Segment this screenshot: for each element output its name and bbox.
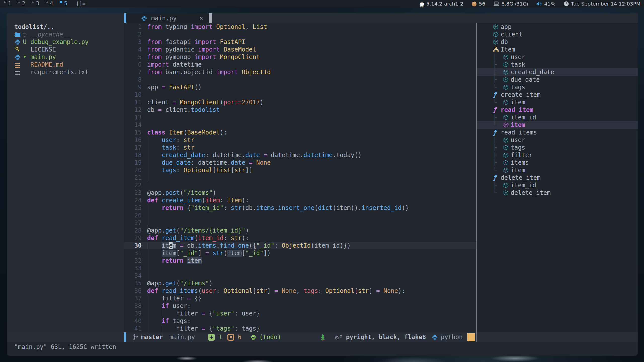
- tree-item--pycache-[interactable]: ›◌__pycache__: [7, 31, 124, 38]
- code-line-12[interactable]: 12db = client.todolist: [124, 106, 476, 114]
- code-line-1[interactable]: 1from typing import Optional, List: [124, 23, 476, 31]
- code-line-17[interactable]: 17 task: str: [124, 144, 476, 151]
- line-number: 13: [124, 114, 142, 121]
- outline-item-task[interactable]: ├task: [477, 61, 638, 68]
- code-line-31[interactable]: 31 item["_id"] = str(item["_id"]): [124, 249, 476, 257]
- code-line-14[interactable]: 14: [124, 121, 476, 129]
- tree-connector: ├: [493, 159, 503, 166]
- line-number: 11: [124, 99, 142, 106]
- workspace-5[interactable]: 5: [60, 0, 67, 7]
- code-line-20[interactable]: 20 tags: Optional[List[str]]: [124, 166, 476, 174]
- outline-item-item[interactable]: Item: [477, 46, 638, 53]
- code-line-40[interactable]: 40 if tags:: [124, 317, 476, 325]
- lines-orange-icon: [15, 62, 23, 68]
- outline-item-read-items[interactable]: ƒread_items: [477, 129, 638, 136]
- outline-item-due-date[interactable]: ├due_date: [477, 76, 638, 83]
- workspace-4[interactable]: 4: [46, 0, 53, 7]
- code-text: class Item(BaseModel):: [142, 129, 227, 136]
- tree-item-debug-example-py[interactable]: Udebug_example.py: [7, 38, 124, 46]
- tab-main-py[interactable]: main.py ×: [126, 13, 209, 23]
- tree-item-requirements-txt[interactable]: requirements.txt: [7, 68, 124, 76]
- outline-item-items[interactable]: ├items: [477, 159, 638, 166]
- workspace-2[interactable]: 2: [18, 0, 25, 7]
- added-count: 1: [218, 332, 222, 342]
- code-line-15[interactable]: 15class Item(BaseModel):: [124, 129, 476, 136]
- outline-item-create-item[interactable]: ƒcreate_item: [477, 91, 638, 99]
- code-line-4[interactable]: 4from pydantic import BaseModel: [124, 46, 476, 53]
- code-text: app = FastAPI(): [142, 83, 202, 91]
- code-line-10[interactable]: 10: [124, 91, 476, 99]
- outline-item-item-id[interactable]: ├item_id: [477, 114, 638, 121]
- line-number: 21: [124, 174, 142, 182]
- code-line-21[interactable]: 21: [124, 174, 476, 182]
- code-line-8[interactable]: 8: [124, 76, 476, 83]
- code-line-13[interactable]: 13: [124, 114, 476, 121]
- code-line-30[interactable]: 30 item = db.items.find_one({"_id": Obje…: [124, 242, 476, 249]
- outline-item-item[interactable]: └item: [477, 121, 638, 129]
- code-line-25[interactable]: 25 return {"item_id": str(db.items.inser…: [124, 204, 476, 212]
- code-line-2[interactable]: 2: [124, 31, 476, 38]
- clock-icon: [564, 1, 569, 7]
- code-line-36[interactable]: 36def read_items(user: Optional[str] = N…: [124, 287, 476, 295]
- symbol-label: read_items: [501, 129, 537, 136]
- code-line-23[interactable]: 23@app.post("/items"): [124, 189, 476, 197]
- code-line-37[interactable]: 37 filter = {}: [124, 295, 476, 302]
- code-line-24[interactable]: 24def create_item(item: Item):: [124, 197, 476, 204]
- line-number: 38: [124, 302, 142, 310]
- line-number: 26: [124, 212, 142, 219]
- workspace-3[interactable]: 3: [32, 0, 39, 7]
- code-line-22[interactable]: 22: [124, 182, 476, 189]
- code-line-27[interactable]: 27: [124, 219, 476, 227]
- line-number: 40: [124, 317, 142, 325]
- tree-item-license[interactable]: LICENSE: [7, 46, 124, 53]
- outline-item-filter[interactable]: ├filter: [477, 151, 638, 159]
- code-text: item = db.items.find_one({"_id": ObjectI…: [142, 242, 351, 249]
- close-icon[interactable]: ×: [199, 15, 203, 22]
- code-line-32[interactable]: 32 return item: [124, 257, 476, 264]
- outline-item-item[interactable]: └item: [477, 166, 638, 174]
- code-text: due_date: datetime.date = None: [142, 159, 271, 166]
- code-line-19[interactable]: 19 due_date: datetime.date = None: [124, 159, 476, 166]
- workspace-1[interactable]: 1: [4, 0, 11, 7]
- code-line-6[interactable]: 6import datetime: [124, 61, 476, 68]
- outline-item-user[interactable]: ├user: [477, 53, 638, 61]
- code-line-35[interactable]: 35@app.get("/items"): [124, 280, 476, 287]
- outline-item-app[interactable]: app: [477, 23, 638, 31]
- code-line-11[interactable]: 11client = MongoClient(port=27017): [124, 99, 476, 106]
- outline-item-created-date[interactable]: ├created_date: [477, 68, 638, 76]
- code-line-7[interactable]: 7from bson.objectid import ObjectId: [124, 68, 476, 76]
- file-name: debug_example.py: [30, 38, 89, 46]
- statusline-filename: main.py: [170, 332, 195, 342]
- outline-item-tags[interactable]: └tags: [477, 83, 638, 91]
- code-line-28[interactable]: 28@app.get("/items/{item_id}"): [124, 227, 476, 234]
- outline-item-delete-item[interactable]: ƒdelete_item: [477, 174, 638, 182]
- tree-item-readme-md[interactable]: README.md: [7, 61, 124, 68]
- code-line-9[interactable]: 9app = FastAPI(): [124, 83, 476, 91]
- code-line-29[interactable]: 29def read_item(item_id: str):: [124, 234, 476, 242]
- outline-item-client[interactable]: client: [477, 31, 638, 38]
- code-line-5[interactable]: 5from pymongo import MongoClient: [124, 53, 476, 61]
- outline-item-tags[interactable]: ├tags: [477, 144, 638, 151]
- outline-item-item-id[interactable]: ├item_id: [477, 182, 638, 189]
- code-line-33[interactable]: 33: [124, 264, 476, 272]
- code-line-3[interactable]: 3from fastapi import FastAPI: [124, 38, 476, 46]
- tree-item-main-py[interactable]: •main.py: [7, 53, 124, 61]
- outline-item-db[interactable]: db: [477, 38, 638, 46]
- code-text: def read_items(user: Optional[str] = Non…: [142, 287, 405, 295]
- outline-item-item[interactable]: └item: [477, 99, 638, 106]
- code-line-38[interactable]: 38 if user:: [124, 302, 476, 310]
- code-line-26[interactable]: 26: [124, 212, 476, 219]
- symbol-label: read_item: [501, 106, 533, 114]
- code-line-18[interactable]: 18 created_date: datetime.date = datetim…: [124, 151, 476, 159]
- cube-icon: [503, 122, 511, 128]
- code-line-34[interactable]: 34: [124, 272, 476, 280]
- outline-item-user[interactable]: ├user: [477, 136, 638, 144]
- code-editor[interactable]: 1from typing import Optional, List23from…: [124, 23, 476, 332]
- git-branch-icon: [133, 334, 139, 340]
- code-line-41[interactable]: 41 filter = {"tags": tags}: [124, 325, 476, 332]
- outline-item-delete-item[interactable]: └delete_item: [477, 189, 638, 197]
- code-line-16[interactable]: 16 user: str: [124, 136, 476, 144]
- code-line-39[interactable]: 39 filter = {"user": user}: [124, 310, 476, 317]
- tree-root[interactable]: todolist/..: [7, 23, 124, 31]
- outline-item-read-item[interactable]: ƒread_item: [477, 106, 638, 114]
